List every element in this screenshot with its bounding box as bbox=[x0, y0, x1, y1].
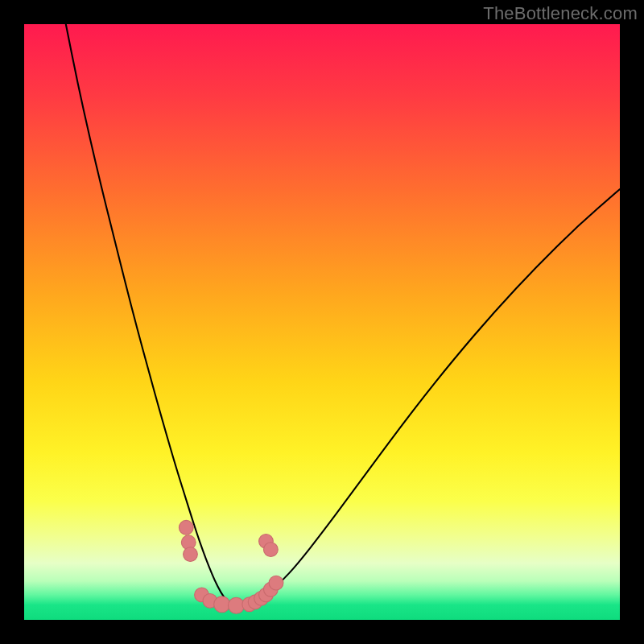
bottleneck-curve bbox=[66, 24, 620, 606]
curve-marker bbox=[184, 547, 198, 562]
curve-marker bbox=[179, 520, 193, 535]
curve-marker bbox=[214, 597, 230, 613]
curve-layer bbox=[24, 24, 620, 620]
chart-frame: TheBottleneck.com bbox=[0, 0, 644, 644]
curve-marker bbox=[269, 576, 283, 590]
curve-markers bbox=[179, 520, 283, 613]
watermark-text: TheBottleneck.com bbox=[483, 3, 638, 24]
curve-marker bbox=[263, 543, 278, 557]
plot-area bbox=[24, 24, 620, 620]
